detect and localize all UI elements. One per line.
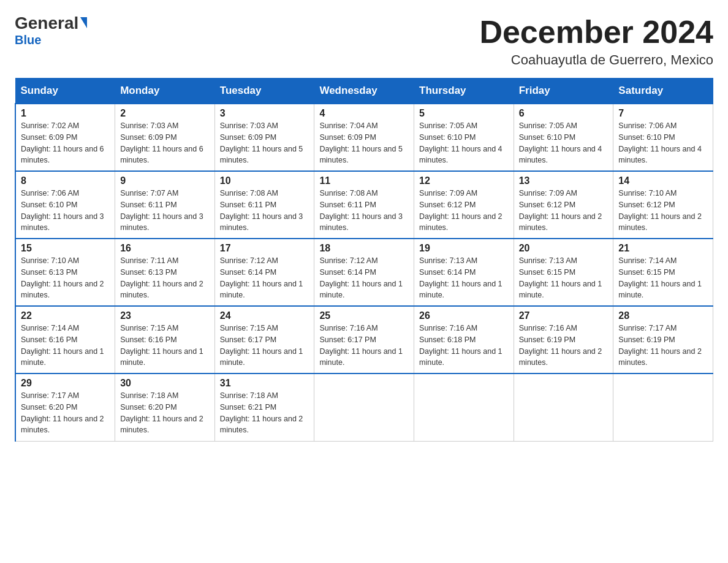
header-wednesday: Wednesday <box>314 79 414 104</box>
header-tuesday: Tuesday <box>214 79 314 104</box>
day-cell: 4 Sunrise: 7:04 AMSunset: 6:09 PMDayligh… <box>314 104 414 171</box>
day-number: 15 <box>21 243 110 254</box>
day-number: 29 <box>21 378 110 389</box>
day-number: 26 <box>419 310 509 321</box>
week-row-3: 15 Sunrise: 7:10 AMSunset: 6:13 PMDaylig… <box>15 239 713 306</box>
day-number: 20 <box>519 243 609 254</box>
day-number: 14 <box>618 175 708 186</box>
day-info: Sunrise: 7:16 AMSunset: 6:19 PMDaylight:… <box>519 324 602 367</box>
day-cell <box>613 373 713 441</box>
day-info: Sunrise: 7:16 AMSunset: 6:17 PMDaylight:… <box>319 324 403 367</box>
day-info: Sunrise: 7:08 AMSunset: 6:11 PMDaylight:… <box>220 189 303 232</box>
calendar-table: SundayMondayTuesdayWednesdayThursdayFrid… <box>15 78 713 442</box>
day-info: Sunrise: 7:05 AMSunset: 6:10 PMDaylight:… <box>519 121 602 164</box>
day-cell: 12 Sunrise: 7:09 AMSunset: 6:12 PMDaylig… <box>414 171 514 239</box>
header-monday: Monday <box>115 79 215 104</box>
day-number: 10 <box>220 175 309 186</box>
logo-general-text: General <box>15 15 87 32</box>
day-info: Sunrise: 7:18 AMSunset: 6:21 PMDaylight:… <box>220 391 303 434</box>
day-info: Sunrise: 7:14 AMSunset: 6:16 PMDaylight:… <box>21 324 104 367</box>
day-number: 7 <box>618 108 708 119</box>
day-cell: 3 Sunrise: 7:03 AMSunset: 6:09 PMDayligh… <box>214 104 314 171</box>
header-sunday: Sunday <box>15 79 115 104</box>
day-info: Sunrise: 7:04 AMSunset: 6:09 PMDaylight:… <box>319 121 403 164</box>
day-cell: 19 Sunrise: 7:13 AMSunset: 6:14 PMDaylig… <box>414 239 514 306</box>
day-cell: 23 Sunrise: 7:15 AMSunset: 6:16 PMDaylig… <box>115 306 215 373</box>
day-number: 25 <box>319 310 409 321</box>
day-cell: 20 Sunrise: 7:13 AMSunset: 6:15 PMDaylig… <box>514 239 613 306</box>
header-saturday: Saturday <box>613 79 713 104</box>
header-friday: Friday <box>514 79 613 104</box>
day-info: Sunrise: 7:16 AMSunset: 6:18 PMDaylight:… <box>419 324 502 367</box>
day-info: Sunrise: 7:14 AMSunset: 6:15 PMDaylight:… <box>618 256 702 299</box>
week-row-5: 29 Sunrise: 7:17 AMSunset: 6:20 PMDaylig… <box>15 373 713 441</box>
logo: General Blue <box>15 15 87 47</box>
day-number: 1 <box>21 108 110 119</box>
day-number: 27 <box>519 310 609 321</box>
week-row-2: 8 Sunrise: 7:06 AMSunset: 6:10 PMDayligh… <box>15 171 713 239</box>
day-cell: 29 Sunrise: 7:17 AMSunset: 6:20 PMDaylig… <box>15 373 115 441</box>
day-info: Sunrise: 7:10 AMSunset: 6:13 PMDaylight:… <box>21 256 104 299</box>
day-cell: 28 Sunrise: 7:17 AMSunset: 6:19 PMDaylig… <box>613 306 713 373</box>
month-title: December 2024 <box>479 15 713 50</box>
day-cell: 7 Sunrise: 7:06 AMSunset: 6:10 PMDayligh… <box>613 104 713 171</box>
day-info: Sunrise: 7:03 AMSunset: 6:09 PMDaylight:… <box>220 121 303 164</box>
day-cell: 14 Sunrise: 7:10 AMSunset: 6:12 PMDaylig… <box>613 171 713 239</box>
day-cell: 25 Sunrise: 7:16 AMSunset: 6:17 PMDaylig… <box>314 306 414 373</box>
day-number: 16 <box>120 243 210 254</box>
day-number: 19 <box>419 243 509 254</box>
day-info: Sunrise: 7:17 AMSunset: 6:19 PMDaylight:… <box>618 324 702 367</box>
day-cell <box>414 373 514 441</box>
day-cell: 13 Sunrise: 7:09 AMSunset: 6:12 PMDaylig… <box>514 171 613 239</box>
day-number: 2 <box>120 108 210 119</box>
day-number: 4 <box>319 108 409 119</box>
day-number: 11 <box>319 175 409 186</box>
day-cell: 30 Sunrise: 7:18 AMSunset: 6:20 PMDaylig… <box>115 373 215 441</box>
day-cell: 9 Sunrise: 7:07 AMSunset: 6:11 PMDayligh… <box>115 171 215 239</box>
day-cell: 21 Sunrise: 7:14 AMSunset: 6:15 PMDaylig… <box>613 239 713 306</box>
day-number: 28 <box>618 310 708 321</box>
day-info: Sunrise: 7:13 AMSunset: 6:14 PMDaylight:… <box>419 256 502 299</box>
day-cell: 24 Sunrise: 7:15 AMSunset: 6:17 PMDaylig… <box>214 306 314 373</box>
day-cell: 10 Sunrise: 7:08 AMSunset: 6:11 PMDaylig… <box>214 171 314 239</box>
day-cell <box>514 373 613 441</box>
day-number: 5 <box>419 108 509 119</box>
day-number: 24 <box>220 310 309 321</box>
day-cell: 18 Sunrise: 7:12 AMSunset: 6:14 PMDaylig… <box>314 239 414 306</box>
day-info: Sunrise: 7:18 AMSunset: 6:20 PMDaylight:… <box>120 391 203 434</box>
day-info: Sunrise: 7:12 AMSunset: 6:14 PMDaylight:… <box>220 256 303 299</box>
day-number: 6 <box>519 108 609 119</box>
day-cell: 11 Sunrise: 7:08 AMSunset: 6:11 PMDaylig… <box>314 171 414 239</box>
header: General Blue December 2024 Coahuayutla d… <box>15 15 713 68</box>
logo-blue-text: Blue <box>15 33 41 47</box>
day-cell: 31 Sunrise: 7:18 AMSunset: 6:21 PMDaylig… <box>214 373 314 441</box>
day-info: Sunrise: 7:08 AMSunset: 6:11 PMDaylight:… <box>319 189 403 232</box>
day-info: Sunrise: 7:11 AMSunset: 6:13 PMDaylight:… <box>120 256 203 299</box>
day-number: 21 <box>618 243 708 254</box>
day-cell: 22 Sunrise: 7:14 AMSunset: 6:16 PMDaylig… <box>15 306 115 373</box>
day-cell: 1 Sunrise: 7:02 AMSunset: 6:09 PMDayligh… <box>15 104 115 171</box>
day-info: Sunrise: 7:17 AMSunset: 6:20 PMDaylight:… <box>21 391 104 434</box>
day-info: Sunrise: 7:06 AMSunset: 6:10 PMDaylight:… <box>21 189 104 232</box>
day-cell: 5 Sunrise: 7:05 AMSunset: 6:10 PMDayligh… <box>414 104 514 171</box>
day-info: Sunrise: 7:02 AMSunset: 6:09 PMDaylight:… <box>21 121 104 164</box>
day-info: Sunrise: 7:13 AMSunset: 6:15 PMDaylight:… <box>519 256 602 299</box>
day-number: 12 <box>419 175 509 186</box>
day-info: Sunrise: 7:09 AMSunset: 6:12 PMDaylight:… <box>419 189 502 232</box>
day-info: Sunrise: 7:09 AMSunset: 6:12 PMDaylight:… <box>519 189 602 232</box>
day-number: 22 <box>21 310 110 321</box>
day-number: 18 <box>319 243 409 254</box>
title-area: December 2024 Coahuayutla de Guerrero, M… <box>479 15 713 68</box>
day-info: Sunrise: 7:05 AMSunset: 6:10 PMDaylight:… <box>419 121 502 164</box>
day-number: 31 <box>220 378 309 389</box>
day-cell: 27 Sunrise: 7:16 AMSunset: 6:19 PMDaylig… <box>514 306 613 373</box>
day-number: 8 <box>21 175 110 186</box>
day-number: 3 <box>220 108 309 119</box>
day-info: Sunrise: 7:12 AMSunset: 6:14 PMDaylight:… <box>319 256 403 299</box>
day-number: 30 <box>120 378 210 389</box>
location-title: Coahuayutla de Guerrero, Mexico <box>479 52 713 68</box>
day-info: Sunrise: 7:10 AMSunset: 6:12 PMDaylight:… <box>618 189 702 232</box>
calendar-header-row: SundayMondayTuesdayWednesdayThursdayFrid… <box>15 79 713 104</box>
day-info: Sunrise: 7:03 AMSunset: 6:09 PMDaylight:… <box>120 121 203 164</box>
header-thursday: Thursday <box>414 79 514 104</box>
